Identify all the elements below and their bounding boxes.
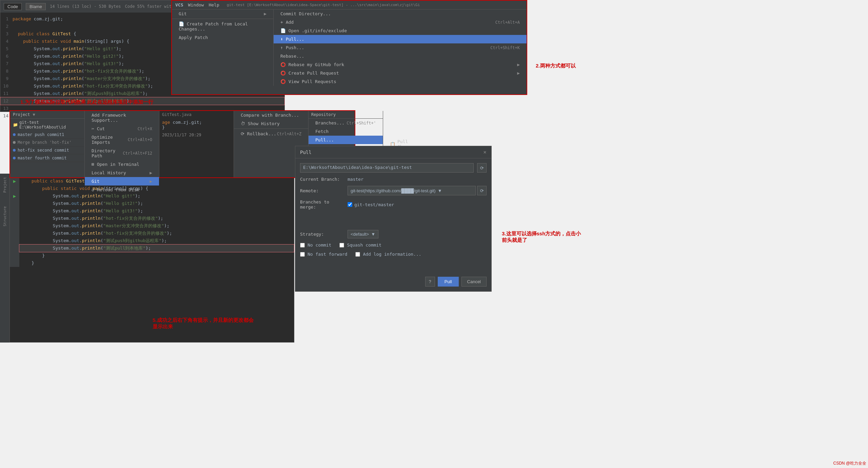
bc-line-5: System.out.println("Hello git3!");	[19, 207, 294, 215]
bc-line-6: System.out.println("hot-fix分支合并的修改");	[19, 215, 294, 222]
watermark: CSDN @吃力全全	[833, 461, 866, 466]
code-snippet: age com.zj.git; }	[159, 118, 234, 131]
vcs-title-bar: VCS Window Help git-test [E:\WorksoftAbo…	[172, 1, 527, 9]
project-tree-header: Project ▼	[10, 111, 84, 119]
dialog-title-bar: Pull ×	[295, 146, 491, 158]
pull-btn[interactable]: Pull	[438, 277, 459, 287]
vcs-label: VCS	[175, 2, 183, 7]
commit-3: hot-fix second commit	[10, 147, 84, 154]
help-btn[interactable]: ?	[425, 277, 435, 287]
date-label: 2023/11/17 20:29	[159, 131, 234, 139]
menu-add[interactable]: + Add Ctrl+Alt+A	[274, 18, 527, 26]
menu-pull[interactable]: ⬇ Pull...	[274, 35, 527, 43]
window-label[interactable]: Window	[188, 2, 204, 7]
path-input[interactable]: E:\WorksoftAbout\idea\idea-Space\git-tes…	[300, 163, 474, 173]
ctx-directory-path[interactable]: Directory Path Ctrl+Alt+F12	[85, 147, 159, 160]
no-fast-forward-checkbox[interactable]	[300, 252, 305, 257]
repo-fetch[interactable]: Fetch	[309, 127, 383, 136]
repo-label: Repository	[309, 111, 383, 119]
run-icon-1[interactable]: ▶	[13, 177, 16, 185]
vcs-menu-body: Git ▶ 📄 Create Patch from Local Changes.…	[172, 9, 527, 86]
remote-controls: git-test(https://github.com/████/git-tes…	[348, 186, 487, 195]
path-label: git-test [E:\WorksoftAbout\idea\idea-Spa…	[227, 3, 420, 7]
commit-1: master push commit1	[10, 131, 84, 139]
current-branch-value: master	[348, 177, 363, 182]
ai-hint: Code 55% faster wit	[125, 4, 171, 9]
side-bar-strip: Project Structure	[0, 174, 9, 343]
annotation-5: 5.成功之后右下角有提示，并且新的更改都会 显示出来	[153, 317, 254, 330]
ctx-local-history[interactable]: Local History ▶	[85, 169, 159, 177]
git-sub-divider	[234, 129, 308, 129]
repo-branches[interactable]: Branches... Ctrl+Shift+'	[309, 119, 383, 127]
menu-view-pr[interactable]: ⭕ View Pull Requests	[274, 77, 527, 86]
project-path: 📁 git-test E:\WorksoftAbout\id	[10, 119, 84, 131]
ctx-git[interactable]: Git ▶	[85, 177, 159, 186]
no-commit-checkbox[interactable]	[300, 243, 305, 248]
remote-refresh-btn[interactable]: ⟳	[477, 186, 487, 195]
tab-blame[interactable]: Blame	[26, 3, 46, 10]
run-icon-2[interactable]: ▶	[13, 192, 16, 200]
no-commit-label: No commit	[308, 242, 331, 248]
ctx-optimize-imports[interactable]: Optimize Imports Ctrl+Alt+O	[85, 133, 159, 147]
path-row: E:\WorksoftAbout\idea\idea-Space\git-tes…	[300, 163, 487, 173]
project-tree-col: Project ▼ 📁 git-test E:\WorksoftAbout\id…	[10, 111, 85, 177]
menu-create-patch[interactable]: 📄 Create Patch from Local Changes...	[172, 20, 273, 33]
remote-row: Remote: git-test(https://github.com/████…	[300, 186, 487, 195]
current-branch-label: Current Branch:	[300, 177, 344, 182]
help-label[interactable]: Help	[209, 2, 219, 7]
remote-dropdown[interactable]: git-test(https://github.com/████/git-tes…	[348, 186, 476, 195]
menu-rebase[interactable]: Rebase...	[274, 52, 527, 60]
squash-commit-checkbox[interactable]	[339, 243, 344, 248]
dropdown-chevron: ▼	[438, 188, 442, 193]
git-sub-compare[interactable]: Compare with Branch...	[234, 111, 308, 119]
repo-pull[interactable]: Pull...	[309, 136, 383, 144]
vcs-top-panel: VCS Window Help git-test [E:\WorksoftAbo…	[171, 0, 527, 95]
menu-rebase-github[interactable]: ⭕ Rebase my GitHub fork ▶	[274, 60, 527, 69]
strategy-dropdown[interactable]: <default> ▼	[348, 230, 378, 238]
dialog-footer: ? Pull Cancel	[425, 277, 487, 287]
branches-checkbox[interactable]	[348, 202, 352, 207]
menu-commit-dir[interactable]: Commit Directory...	[274, 9, 527, 18]
commit-4: master fourth commit	[10, 154, 84, 162]
menu-apply-patch[interactable]: Apply Patch	[172, 33, 273, 42]
refresh-btn[interactable]: ⟳	[477, 163, 487, 173]
bc-line-10: System.out.println("测试pull到本地库");	[19, 245, 294, 252]
git-sub-show-history[interactable]: ⏱ Show History	[234, 119, 308, 128]
vcs-right-column: Commit Directory... + Add Ctrl+Alt+A 📄 O…	[274, 9, 527, 86]
annotation-1: 1.为了模拟实际拉取代码效果 此处在远程库项目中添加一行	[20, 99, 153, 105]
annotation-3: 3.这里可以选择ssh方式的，点击小 前头就是了	[502, 231, 581, 243]
menu-divider-1	[172, 19, 273, 19]
dialog-close-btn[interactable]: ×	[483, 149, 487, 155]
ctx-reload[interactable]: ↺ Reload from Disk	[85, 186, 159, 194]
pull-dialog: Pull × E:\WorksoftAbout\idea\idea-Space\…	[295, 146, 492, 292]
add-log-checkbox[interactable]	[355, 252, 360, 257]
strategy-label: Strategy:	[300, 232, 344, 237]
annotation-2: 2.两种方式都可以	[536, 63, 576, 69]
bc-line-8: System.out.println("hot-fix分支冲突合并的修改");	[19, 230, 294, 237]
cancel-btn[interactable]: Cancel	[461, 277, 487, 287]
options-row-1: No commit Squash commit	[300, 242, 487, 250]
branches-label: Branches to merge:	[300, 199, 344, 210]
git-sub-rollback[interactable]: ⟳ Rollback... Ctrl+Alt+Z	[234, 130, 308, 138]
ctx-cut[interactable]: ✂ Cut Ctrl+X	[85, 124, 159, 133]
branches-row: Branches to merge: git-test/master	[300, 199, 487, 210]
squash-commit-row: Squash commit	[339, 242, 381, 248]
run-gutter: ▶ ▶	[10, 177, 19, 267]
menu-push[interactable]: ↑ Push... Ctrl+Shift+K	[274, 43, 527, 52]
context-menu-col: Add Framework Support... ✂ Cut Ctrl+X Op…	[85, 111, 159, 177]
bc-line-11: }	[19, 252, 294, 259]
bc-line-12: }	[19, 259, 294, 267]
bc-line-7: System.out.println("master分支冲突合并的修改");	[19, 222, 294, 230]
no-fast-forward-row: No fast forward	[300, 252, 347, 257]
add-log-row: Add log information...	[355, 252, 421, 257]
ctx-add-framework[interactable]: Add Framework Support...	[85, 111, 159, 124]
menu-create-pr[interactable]: ⭕ Create Pull Request ▶	[274, 69, 527, 77]
menu-git[interactable]: Git ▶	[172, 9, 273, 18]
tab-code[interactable]: Code	[4, 3, 22, 10]
sidebar-project-label: Project	[3, 177, 7, 193]
strategy-chevron: ▼	[371, 232, 375, 237]
menu-open-git-info[interactable]: 📄 Open .git/info/exclude	[274, 26, 527, 35]
code-meta: 14 lines (13 loc) · 530 Bytes	[50, 4, 121, 9]
add-log-label: Add log information...	[363, 252, 421, 257]
ctx-open-terminal[interactable]: ⊞ Open in Terminal	[85, 160, 159, 169]
